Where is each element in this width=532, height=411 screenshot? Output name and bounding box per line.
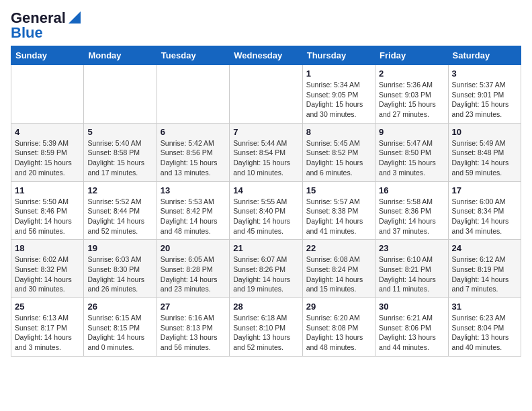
calendar-cell: 15Sunrise: 5:57 AM Sunset: 8:38 PM Dayli… [302, 181, 375, 240]
day-number: 2 [379, 68, 444, 79]
logo-general-text: General [11, 11, 66, 26]
logo: General Blue [11, 11, 81, 40]
day-number: 17 [452, 185, 517, 195]
calendar-cell: 24Sunrise: 6:12 AM Sunset: 8:19 PM Dayli… [448, 240, 521, 298]
calendar-cell [11, 65, 84, 124]
day-number: 3 [452, 68, 517, 79]
day-info: Sunrise: 5:39 AM Sunset: 8:59 PM Dayligh… [15, 138, 80, 178]
day-info: Sunrise: 5:37 AM Sunset: 9:01 PM Dayligh… [452, 80, 517, 120]
day-number: 18 [15, 243, 80, 253]
day-info: Sunrise: 6:18 AM Sunset: 8:10 PM Dayligh… [233, 313, 298, 353]
calendar-cell: 29Sunrise: 6:20 AM Sunset: 8:08 PM Dayli… [302, 298, 375, 357]
day-number: 24 [452, 243, 517, 253]
day-info: Sunrise: 6:08 AM Sunset: 8:24 PM Dayligh… [306, 255, 371, 294]
day-number: 21 [233, 243, 298, 253]
day-info: Sunrise: 5:49 AM Sunset: 8:48 PM Dayligh… [452, 138, 517, 178]
calendar-cell: 30Sunrise: 6:21 AM Sunset: 8:06 PM Dayli… [375, 298, 448, 357]
day-info: Sunrise: 6:00 AM Sunset: 8:34 PM Dayligh… [452, 197, 517, 236]
calendar-cell: 16Sunrise: 5:58 AM Sunset: 8:36 PM Dayli… [375, 181, 448, 240]
header-tuesday: Tuesday [157, 46, 229, 65]
calendar-cell [157, 65, 229, 124]
day-info: Sunrise: 5:57 AM Sunset: 8:38 PM Dayligh… [306, 197, 371, 236]
day-number: 11 [15, 185, 80, 195]
day-info: Sunrise: 6:03 AM Sunset: 8:30 PM Dayligh… [87, 255, 152, 294]
day-number: 10 [452, 127, 517, 137]
week-row-1: 1Sunrise: 5:34 AM Sunset: 9:05 PM Daylig… [11, 65, 521, 124]
calendar-cell: 21Sunrise: 6:07 AM Sunset: 8:26 PM Dayli… [230, 240, 302, 298]
header-monday: Monday [84, 46, 157, 65]
day-info: Sunrise: 6:10 AM Sunset: 8:21 PM Dayligh… [379, 255, 444, 294]
calendar-cell: 22Sunrise: 6:08 AM Sunset: 8:24 PM Dayli… [302, 240, 375, 298]
day-info: Sunrise: 5:50 AM Sunset: 8:46 PM Dayligh… [15, 197, 80, 236]
day-info: Sunrise: 5:58 AM Sunset: 8:36 PM Dayligh… [379, 197, 444, 236]
calendar-cell: 4Sunrise: 5:39 AM Sunset: 8:59 PM Daylig… [11, 123, 84, 181]
day-number: 9 [379, 127, 444, 137]
header-thursday: Thursday [302, 46, 375, 65]
day-info: Sunrise: 5:45 AM Sunset: 8:52 PM Dayligh… [306, 138, 371, 178]
day-info: Sunrise: 5:34 AM Sunset: 9:05 PM Dayligh… [306, 80, 371, 120]
day-info: Sunrise: 6:20 AM Sunset: 8:08 PM Dayligh… [306, 313, 371, 353]
calendar-cell: 31Sunrise: 6:23 AM Sunset: 8:04 PM Dayli… [448, 298, 521, 357]
day-number: 7 [233, 127, 298, 137]
calendar-table: SundayMondayTuesdayWednesdayThursdayFrid… [11, 46, 521, 357]
calendar-cell [84, 65, 157, 124]
day-info: Sunrise: 5:55 AM Sunset: 8:40 PM Dayligh… [233, 197, 298, 236]
calendar-cell: 1Sunrise: 5:34 AM Sunset: 9:05 PM Daylig… [302, 65, 375, 124]
calendar-cell: 20Sunrise: 6:05 AM Sunset: 8:28 PM Dayli… [157, 240, 229, 298]
day-number: 6 [161, 127, 226, 137]
calendar-cell: 8Sunrise: 5:45 AM Sunset: 8:52 PM Daylig… [302, 123, 375, 181]
week-row-4: 18Sunrise: 6:02 AM Sunset: 8:32 PM Dayli… [11, 240, 521, 298]
day-number: 28 [233, 302, 298, 312]
day-info: Sunrise: 5:36 AM Sunset: 9:03 PM Dayligh… [379, 80, 444, 120]
calendar-cell: 28Sunrise: 6:18 AM Sunset: 8:10 PM Dayli… [230, 298, 302, 357]
header-wednesday: Wednesday [230, 46, 302, 65]
day-info: Sunrise: 6:23 AM Sunset: 8:04 PM Dayligh… [452, 313, 517, 353]
calendar-cell: 3Sunrise: 5:37 AM Sunset: 9:01 PM Daylig… [448, 65, 521, 124]
page-header: General Blue [11, 11, 521, 40]
day-number: 13 [161, 185, 226, 195]
day-number: 23 [379, 243, 444, 253]
logo-blue-text: Blue [11, 24, 43, 41]
day-number: 26 [87, 302, 152, 312]
calendar-cell: 13Sunrise: 5:53 AM Sunset: 8:42 PM Dayli… [157, 181, 229, 240]
day-number: 19 [87, 243, 152, 253]
day-number: 27 [161, 302, 226, 312]
day-info: Sunrise: 6:16 AM Sunset: 8:13 PM Dayligh… [161, 313, 226, 353]
calendar-cell: 2Sunrise: 5:36 AM Sunset: 9:03 PM Daylig… [375, 65, 448, 124]
calendar-cell: 7Sunrise: 5:44 AM Sunset: 8:54 PM Daylig… [230, 123, 302, 181]
calendar-cell: 11Sunrise: 5:50 AM Sunset: 8:46 PM Dayli… [11, 181, 84, 240]
day-info: Sunrise: 5:42 AM Sunset: 8:56 PM Dayligh… [161, 138, 226, 178]
day-number: 14 [233, 185, 298, 195]
day-info: Sunrise: 6:12 AM Sunset: 8:19 PM Dayligh… [452, 255, 517, 294]
logo-triangle-icon [69, 11, 81, 26]
day-info: Sunrise: 6:02 AM Sunset: 8:32 PM Dayligh… [15, 255, 80, 294]
day-number: 12 [87, 185, 152, 195]
calendar-cell: 10Sunrise: 5:49 AM Sunset: 8:48 PM Dayli… [448, 123, 521, 181]
day-info: Sunrise: 5:40 AM Sunset: 8:58 PM Dayligh… [87, 138, 152, 178]
week-row-2: 4Sunrise: 5:39 AM Sunset: 8:59 PM Daylig… [11, 123, 521, 181]
calendar-cell: 23Sunrise: 6:10 AM Sunset: 8:21 PM Dayli… [375, 240, 448, 298]
week-row-3: 11Sunrise: 5:50 AM Sunset: 8:46 PM Dayli… [11, 181, 521, 240]
day-info: Sunrise: 5:47 AM Sunset: 8:50 PM Dayligh… [379, 138, 444, 178]
day-number: 15 [306, 185, 371, 195]
calendar-cell: 5Sunrise: 5:40 AM Sunset: 8:58 PM Daylig… [84, 123, 157, 181]
calendar-cell: 18Sunrise: 6:02 AM Sunset: 8:32 PM Dayli… [11, 240, 84, 298]
calendar-cell: 19Sunrise: 6:03 AM Sunset: 8:30 PM Dayli… [84, 240, 157, 298]
day-info: Sunrise: 6:13 AM Sunset: 8:17 PM Dayligh… [15, 313, 80, 353]
week-row-5: 25Sunrise: 6:13 AM Sunset: 8:17 PM Dayli… [11, 298, 521, 357]
calendar-cell: 14Sunrise: 5:55 AM Sunset: 8:40 PM Dayli… [230, 181, 302, 240]
day-info: Sunrise: 5:53 AM Sunset: 8:42 PM Dayligh… [161, 197, 226, 236]
header-saturday: Saturday [448, 46, 521, 65]
day-number: 8 [306, 127, 371, 137]
day-info: Sunrise: 6:21 AM Sunset: 8:06 PM Dayligh… [379, 313, 444, 353]
day-number: 20 [161, 243, 226, 253]
calendar-cell: 6Sunrise: 5:42 AM Sunset: 8:56 PM Daylig… [157, 123, 229, 181]
header-friday: Friday [375, 46, 448, 65]
calendar-cell: 26Sunrise: 6:15 AM Sunset: 8:15 PM Dayli… [84, 298, 157, 357]
day-number: 22 [306, 243, 371, 253]
svg-marker-0 [69, 11, 81, 24]
day-info: Sunrise: 5:52 AM Sunset: 8:44 PM Dayligh… [87, 197, 152, 236]
day-number: 29 [306, 302, 371, 312]
day-number: 30 [379, 302, 444, 312]
day-number: 1 [306, 68, 371, 79]
